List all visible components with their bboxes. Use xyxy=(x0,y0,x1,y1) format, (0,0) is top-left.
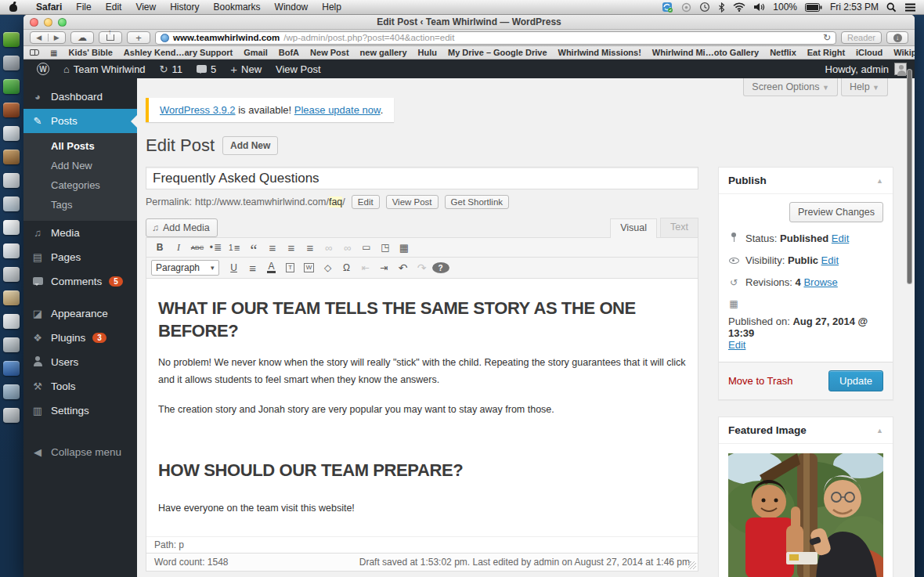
notification-center-icon[interactable] xyxy=(904,3,916,12)
browse-revisions-link[interactable]: Browse xyxy=(803,276,837,288)
decrease-indent-icon[interactable] xyxy=(357,261,374,275)
dock-app-icon[interactable] xyxy=(3,79,20,94)
menu-file[interactable]: File xyxy=(69,0,98,15)
battery-icon[interactable] xyxy=(805,3,822,12)
submenu-all-posts[interactable]: All Posts xyxy=(23,136,137,156)
submenu-tags[interactable]: Tags xyxy=(23,195,137,215)
add-new-post-button[interactable]: Add New xyxy=(222,136,278,155)
paragraph-format-dropdown[interactable]: Paragraph▾ xyxy=(151,260,219,276)
visual-tab[interactable]: Visual xyxy=(610,218,657,238)
bookmark-item[interactable]: My Drive – Google Drive xyxy=(448,48,547,57)
sidebar-item-comments[interactable]: Comments5 xyxy=(23,269,137,294)
blockquote-icon[interactable] xyxy=(245,240,262,254)
wordpress-version-link[interactable]: WordPress 3.9.2 xyxy=(160,104,236,116)
underline-icon[interactable] xyxy=(226,261,243,275)
spotlight-icon[interactable] xyxy=(886,2,897,13)
bookmarks-sidebar-icon[interactable] xyxy=(30,49,39,56)
time-machine-icon[interactable] xyxy=(699,2,710,13)
back-button[interactable]: ◀ xyxy=(31,34,48,41)
dock-app-icon[interactable] xyxy=(3,361,20,376)
get-shortlink-button[interactable]: Get Shortlink xyxy=(445,195,509,209)
sidebar-item-posts[interactable]: ✎Posts xyxy=(23,109,137,133)
bookmark-item[interactable]: New Post xyxy=(310,48,349,57)
resize-grip[interactable] xyxy=(688,561,696,569)
remove-link-icon[interactable] xyxy=(339,240,356,254)
editor-content[interactable]: WHAT IF OUR TEAM TELLS THE SAME STORY AS… xyxy=(146,279,698,536)
airplay-icon[interactable] xyxy=(681,2,691,13)
toolbar-toggle-icon[interactable] xyxy=(395,240,413,254)
menu-safari[interactable]: Safari xyxy=(29,0,69,15)
dock-app-icon[interactable] xyxy=(3,150,20,164)
dock-app-icon[interactable] xyxy=(3,126,20,141)
publish-header[interactable]: Publish▲ xyxy=(719,168,893,193)
screen-options-button[interactable]: Screen Options ▼ xyxy=(743,78,838,96)
page-scrollbar-thumb[interactable] xyxy=(907,69,912,284)
sidebar-item-settings[interactable]: ▥Settings xyxy=(23,398,137,423)
help-icon[interactable]: ? xyxy=(432,262,449,273)
new-tab-button[interactable]: + xyxy=(127,31,150,44)
new-content-menu[interactable]: +New xyxy=(225,60,267,78)
numbered-list-icon[interactable] xyxy=(226,240,244,254)
paste-as-text-icon[interactable]: T xyxy=(282,261,299,275)
sidebar-item-plugins[interactable]: ❖Plugins3 xyxy=(23,326,137,350)
downloads-button[interactable]: ↓ xyxy=(886,31,908,44)
distraction-free-icon[interactable] xyxy=(377,240,394,254)
icloud-tabs-button[interactable]: ☁ xyxy=(70,31,94,44)
insert-link-icon[interactable] xyxy=(320,240,337,254)
insert-more-tag-icon[interactable] xyxy=(358,240,375,254)
apple-menu-icon[interactable] xyxy=(9,2,18,12)
reload-icon[interactable]: ↻ xyxy=(823,32,831,43)
dock-app-icon[interactable] xyxy=(3,337,20,352)
howdy-admin-menu[interactable]: Howdy, admin xyxy=(825,63,889,75)
wifi-icon[interactable] xyxy=(733,2,745,12)
bookmark-item[interactable]: Ashley Kend…ary Support xyxy=(124,48,233,57)
sidebar-item-media[interactable]: ♫Media xyxy=(23,221,137,245)
submenu-add-new[interactable]: Add New xyxy=(23,156,137,175)
edit-date-link[interactable]: Edit xyxy=(728,339,745,351)
view-post-button[interactable]: View Post xyxy=(386,195,439,209)
bookmark-item[interactable]: Gmail xyxy=(244,48,268,57)
bookmark-item[interactable]: Whirlwind Missions! xyxy=(558,48,641,57)
share-button[interactable] xyxy=(99,31,122,44)
dock-app-icon[interactable] xyxy=(3,220,20,235)
sync-app-icon[interactable] xyxy=(662,2,673,13)
align-right-icon[interactable] xyxy=(301,240,319,254)
update-now-link[interactable]: Please update now xyxy=(294,104,381,116)
featured-image-header[interactable]: Featured Image▲ xyxy=(719,417,893,443)
forward-button[interactable]: ▶ xyxy=(48,34,66,41)
top-sites-icon[interactable]: ▦ xyxy=(50,49,57,57)
text-tab[interactable]: Text xyxy=(660,218,698,237)
featured-image-thumbnail[interactable] xyxy=(728,453,883,577)
bulleted-list-icon[interactable] xyxy=(208,240,225,254)
add-media-button[interactable]: ♫Add Media xyxy=(146,218,218,237)
bold-icon[interactable] xyxy=(151,240,168,254)
bookmark-item[interactable]: Kids' Bible xyxy=(68,48,112,57)
collapse-toggle-icon[interactable]: ▲ xyxy=(876,177,883,185)
address-bar[interactable]: www.teamwhirlwind.com /wp-admin/post.php… xyxy=(155,31,836,45)
undo-icon[interactable] xyxy=(395,261,412,275)
dock-app-icon[interactable] xyxy=(3,267,20,282)
bookmark-item[interactable]: BofA xyxy=(279,48,299,57)
bookmark-item[interactable]: iCloud xyxy=(856,48,882,57)
bookmark-item[interactable]: Netflix xyxy=(770,48,796,57)
edit-permalink-button[interactable]: Edit xyxy=(352,195,380,209)
dock-app-icon[interactable] xyxy=(3,197,20,211)
dock-app-icon[interactable] xyxy=(3,243,20,258)
align-center-icon[interactable] xyxy=(283,240,300,254)
dock-app-icon[interactable] xyxy=(3,314,20,329)
bookmark-item[interactable]: Wikipedia xyxy=(893,48,915,57)
dock-app-icon[interactable] xyxy=(3,103,20,117)
update-button[interactable]: Update xyxy=(828,370,883,391)
dock-app-icon[interactable] xyxy=(3,173,20,188)
menu-help[interactable]: Help xyxy=(315,0,348,15)
sidebar-item-users[interactable]: Users xyxy=(23,350,137,374)
permalink-slug[interactable]: faq xyxy=(329,197,342,207)
move-to-trash-link[interactable]: Move to Trash xyxy=(728,375,792,387)
sidebar-item-appearance[interactable]: ◪Appearance xyxy=(23,301,137,326)
help-button[interactable]: Help ▼ xyxy=(841,78,888,96)
menu-edit[interactable]: Edit xyxy=(99,0,129,15)
updates-menu[interactable]: ↻11 xyxy=(154,60,188,78)
menu-window[interactable]: Window xyxy=(268,0,316,15)
dock-app-icon[interactable] xyxy=(3,384,20,399)
increase-indent-icon[interactable] xyxy=(376,261,393,275)
